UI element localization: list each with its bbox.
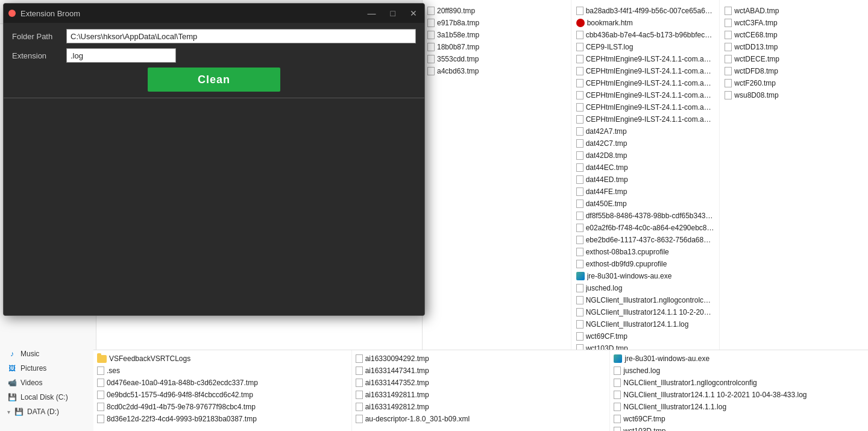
list-item[interactable]: CEP9-ILST.log — [574, 41, 717, 53]
file-name: NGLClient_Illustrator124.1.1.log — [623, 401, 726, 412]
list-item[interactable]: ai16331492812.tmp — [353, 401, 609, 413]
file-name: CEPHtmlEngine9-ILST-24.1.1-com.adobe.ill… — [586, 90, 715, 101]
list-item[interactable]: ebe2bd6e-1117-437c-8632-756da68e65e4.tmp — [574, 234, 717, 246]
file-icon — [97, 379, 104, 387]
file-icon — [427, 19, 435, 27]
close-button[interactable] — [8, 10, 16, 17]
clean-button[interactable]: Clean — [148, 68, 280, 92]
file-name: dat42A7.tmp — [586, 126, 627, 137]
window-close-button[interactable]: ✕ — [407, 8, 420, 19]
file-name: CEPHtmlEngine9-ILST-24.1.1-com.adobe.svg… — [586, 102, 715, 113]
list-item[interactable]: .ses — [95, 365, 350, 377]
folder-path-row: Folder Path — [12, 29, 416, 43]
list-item[interactable]: cbb436ab-b7e4-4ac5-b173-b96bbfec05ce.tmp — [574, 29, 717, 41]
list-item[interactable]: dat42D8.tmp — [574, 149, 717, 162]
file-name: ai16331447352.tmp — [365, 377, 429, 388]
list-item[interactable]: NGLClient_Illustrator124.1.1.log — [574, 318, 717, 330]
list-item[interactable]: ai16331447352.tmp — [353, 377, 609, 389]
list-item[interactable]: wctDD13.tmp — [722, 41, 866, 53]
file-name: wctCE68.tmp — [734, 30, 777, 40]
list-item[interactable]: 8d36e12d-22f3-4cd4-9993-b92183ba0387.tmp — [95, 413, 350, 425]
list-item[interactable]: jre-8u301-windows-au.exe — [611, 353, 867, 365]
list-item[interactable]: dat44ED.tmp — [574, 174, 717, 186]
sidebar-item-pictures[interactable]: 🖼 Pictures — [0, 361, 96, 376]
file-icon — [356, 367, 363, 375]
list-item[interactable]: NGLClient_Illustrator124.1.1 10-2-2021 1… — [574, 306, 717, 318]
list-item[interactable]: e917b8a.tmp — [425, 17, 568, 29]
list-item[interactable]: 0d476eae-10a0-491a-848b-c3d62ecdc337.tmp — [95, 377, 350, 389]
list-item[interactable]: CEPHtmlEngine9-ILST-24.1.1-com.adobe.ill… — [574, 89, 717, 101]
list-item[interactable]: NGLClient_Illustrator124.1.1 10-2-2021 1… — [611, 389, 867, 401]
list-item[interactable]: dat44EC.tmp — [574, 162, 717, 174]
file-name: e917b8a.tmp — [437, 17, 479, 28]
list-item[interactable]: NGLClient_Illustrator124.1.1.log — [611, 401, 867, 413]
sidebar-item-music[interactable]: ♪ Music — [0, 347, 96, 361]
list-item[interactable]: ba28adb3-f4f1-4f99-b56c-007ce65a6a77.tmp — [574, 5, 717, 17]
list-item[interactable]: dat42C7.tmp — [574, 137, 717, 149]
list-item[interactable]: jusched.log — [574, 282, 717, 294]
list-item[interactable]: wctDECE.tmp — [722, 53, 866, 65]
list-item[interactable]: dat42A7.tmp — [574, 125, 717, 137]
list-item[interactable]: au-descriptor-1.8.0_301-b09.xml — [353, 413, 609, 425]
list-item[interactable]: wctF260.tmp — [722, 77, 866, 89]
list-item[interactable]: CEPHtmlEngine9-ILST-24.1.1-com.adobe.exp… — [574, 53, 717, 65]
list-item[interactable]: dat450E.tmp — [574, 198, 717, 210]
list-item[interactable]: wctC3FA.tmp — [722, 17, 866, 29]
list-item[interactable]: 20ff890.tmp — [425, 5, 568, 17]
minimize-button[interactable]: — — [365, 8, 379, 19]
file-name: wct69CF.tmp — [586, 331, 627, 342]
list-item[interactable]: wct69CF.tmp — [574, 330, 717, 342]
list-item[interactable]: CEPHtmlEngine9-ILST-24.1.1-com.adobe.svg… — [574, 101, 717, 113]
list-item[interactable]: VSFeedbackVSRTCLogs — [95, 353, 350, 365]
list-item[interactable]: CEPHtmlEngine9-ILST-24.1.1-com.adobe.ill… — [574, 77, 717, 89]
extension-label: Extension — [12, 51, 60, 60]
list-item[interactable]: ai16331492811.tmp — [353, 389, 609, 401]
list-item[interactable]: df8f55b8-8486-4378-98bb-cdf65b3431b6.tmp — [574, 210, 717, 222]
file-icon — [725, 91, 732, 99]
list-item[interactable]: NGLClient_Illustrator1.ngllogcontrolconf… — [574, 294, 717, 306]
list-item[interactable]: 0e9bdc51-1575-4d96-94f8-8f4cbccd6c42.tmp — [95, 389, 350, 401]
list-item[interactable]: jre-8u301-windows-au.exe — [574, 270, 717, 282]
list-item[interactable]: 3a1b58e.tmp — [425, 29, 568, 41]
maximize-button[interactable]: □ — [388, 8, 398, 19]
list-item[interactable]: CEPHtmlEngine9-ILST-24.1.1-com.adobe.exp… — [574, 65, 717, 77]
file-icon — [576, 332, 583, 341]
file-name: wctC3FA.tmp — [734, 17, 777, 28]
file-icon — [576, 320, 583, 329]
file-name: CEP9-ILST.log — [586, 42, 634, 52]
list-item[interactable]: exthost-db9fd9.cpuprofile — [574, 258, 717, 270]
list-item[interactable]: a4cbd63.tmp — [425, 65, 568, 77]
list-item[interactable]: exthost-08ba13.cpuprofile — [574, 246, 717, 258]
list-item[interactable]: wctABAD.tmp — [722, 5, 866, 17]
file-name: NGLClient_Illustrator124.1.1.log — [586, 319, 689, 330]
file-icon — [576, 284, 583, 292]
sidebar-item-data[interactable]: ▾ 💾 DATA (D:) — [0, 404, 96, 419]
data-icon: 💾 — [14, 407, 24, 417]
file-icon — [725, 31, 732, 39]
list-item[interactable]: wctCE68.tmp — [722, 29, 866, 41]
list-item[interactable]: CEPHtmlEngine9-ILST-24.1.1-com.adobe.svg… — [574, 113, 717, 125]
sidebar-item-videos[interactable]: 📹 Videos — [0, 376, 96, 390]
list-item[interactable]: 3553cdd.tmp — [425, 53, 568, 65]
list-item[interactable]: dat44FE.tmp — [574, 186, 717, 198]
list-item[interactable]: ai16331447341.tmp — [353, 365, 609, 377]
file-icon — [576, 187, 583, 196]
list-item[interactable]: jusched.log — [611, 365, 867, 377]
list-item[interactable]: ai16330094292.tmp — [353, 353, 609, 365]
file-name: dat44EC.tmp — [586, 162, 628, 173]
expand-icon: ▾ — [7, 409, 10, 415]
list-item[interactable]: NGLClient_Illustrator1.ngllogcontrolconf… — [611, 377, 867, 389]
list-item[interactable]: wct103D.tmp — [611, 425, 867, 431]
folder-path-input[interactable] — [66, 29, 416, 43]
extension-input[interactable] — [66, 48, 176, 63]
file-name: NGLClient_Illustrator124.1.1 10-2-2021 1… — [623, 389, 807, 400]
window-title: Extension Broom — [20, 9, 360, 18]
list-item[interactable]: 8cd0c2dd-49d1-4b75-9e78-97677f98cbc4.tmp — [95, 401, 350, 413]
list-item[interactable]: wctDFD8.tmp — [722, 65, 866, 77]
list-item[interactable]: wsu8D08.tmp — [722, 89, 866, 101]
list-item[interactable]: 18b0b87.tmp — [425, 41, 568, 53]
list-item[interactable]: bookmark.htm — [574, 17, 717, 29]
list-item[interactable]: wct69CF.tmp — [611, 413, 867, 425]
sidebar-item-localdisk[interactable]: 💾 Local Disk (C:) — [0, 390, 96, 404]
list-item[interactable]: e02a2f6b-f748-4c0c-a864-e4290ebc886b.tmp — [574, 222, 717, 234]
